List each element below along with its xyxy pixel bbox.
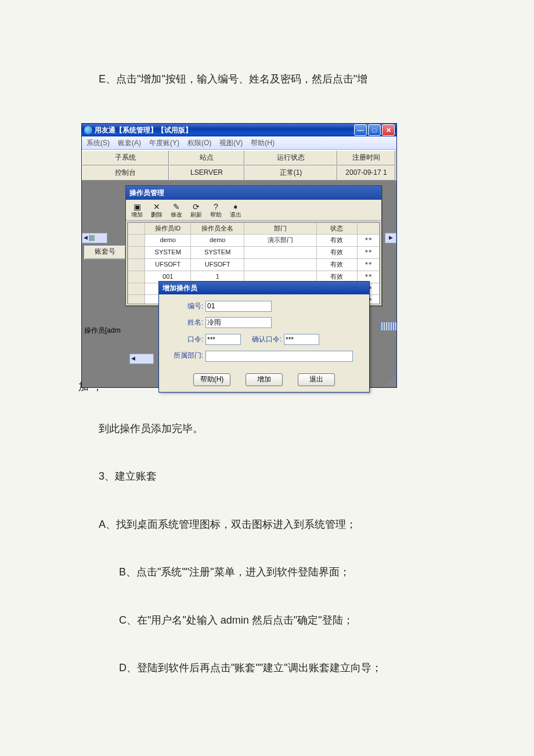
col-status: 运行状态 (244, 150, 337, 165)
label-department: 所属部门: (167, 350, 205, 362)
operator-manager-title: 操作员管理 (126, 186, 381, 200)
toolbar-add-button[interactable]: ▣增加 (128, 201, 146, 219)
help-icon: ? (208, 202, 224, 211)
app-window: 用友通【系统管理】【试用版】 — □ ✕ 系统(S) 账套(A) 年度账(Y) … (81, 123, 397, 387)
paragraph-d: D、登陆到软件后再点击"账套""建立"调出账套建立向导； (119, 658, 456, 677)
titlebar: 用友通【系统管理】【试用版】 — □ ✕ (82, 124, 396, 136)
close-button[interactable]: ✕ (382, 124, 395, 136)
label-password: 口令: (167, 333, 205, 346)
paragraph-a: A、找到桌面系统管理图标，双击图标进入到系统管理； (99, 515, 456, 534)
menu-year[interactable]: 年度账(Y) (147, 136, 182, 150)
paragraph-c: C、在"用户名"处输入 admin 然后点击"确定"登陆； (119, 611, 456, 629)
menu-account[interactable]: 账套(A) (116, 136, 143, 150)
exit-icon: ➧ (228, 202, 244, 211)
col-subsystem: 子系统 (82, 150, 169, 165)
table-row[interactable]: SYSTEMSYSTEM有效** (128, 247, 380, 259)
toolbar-delete-button[interactable]: ✕删除 (147, 201, 166, 219)
col-op-status: 状态 (316, 222, 357, 235)
paragraph-e: E、点击"增加"按钮，输入编号、姓名及密码，然后点击"增 (99, 70, 456, 88)
menu-help[interactable]: 帮助(H) (248, 136, 277, 150)
toolbar-help-button[interactable]: ?帮助 (207, 201, 225, 219)
app-icon (84, 126, 92, 134)
toolbar-refresh-button[interactable]: ⟳刷新 (187, 201, 205, 219)
col-extra (358, 222, 380, 235)
add-operator-dialog: 增加操作员 编号: 姓名: 口令: (158, 281, 370, 393)
scroll-left-arrow[interactable] (82, 233, 107, 243)
table-row[interactable]: demodemo演示部门有效** (128, 235, 380, 247)
window-title: 用友通【系统管理】【试用版】 (95, 124, 354, 137)
table-row[interactable]: UFSOFTUFSOFT有效** (128, 258, 380, 271)
account-set-button[interactable]: 账套号 (84, 246, 126, 260)
input-confirm-password[interactable] (284, 334, 319, 345)
input-id[interactable] (205, 301, 272, 312)
col-operator-name: 操作员全名 (191, 222, 244, 235)
cell-regtime: 2007-09-17 1 (337, 165, 395, 181)
cell-status: 正常(1) (244, 165, 337, 181)
minimize-button[interactable]: — (354, 124, 367, 136)
table-header-row: 操作员ID 操作员全名 部门 状态 (128, 222, 380, 235)
menubar: 系统(S) 账套(A) 年度账(Y) 权限(O) 视图(V) 帮助(H) (82, 136, 396, 150)
col-department: 部门 (244, 222, 316, 235)
operator-label: 操作员[adm (84, 325, 126, 337)
plus-icon: ▣ (129, 202, 145, 211)
toolbar: ▣增加 ✕删除 ✎修改 ⟳刷新 ?帮助 ➧退出 (126, 200, 381, 221)
col-station: 站点 (169, 150, 244, 165)
refresh-icon: ⟳ (188, 202, 204, 211)
edit-icon: ✎ (168, 202, 185, 211)
cell-station: LSERVER (169, 165, 244, 181)
menu-view[interactable]: 视图(V) (217, 136, 245, 150)
maximize-button[interactable]: □ (368, 124, 381, 136)
workarea: 账套号 操作员[adm ▶ 操作员管理 ▣增加 ✕删除 ✎修改 ⟳刷新 ?帮助 … (82, 181, 396, 387)
col-regtime: 注册时间 (337, 150, 395, 165)
input-department[interactable] (205, 351, 353, 362)
label-confirm-password: 确认口令: (248, 333, 284, 346)
paragraph-b: B、点击"系统""注册"菜单，进入到软件登陆界面； (119, 563, 456, 581)
toolbar-exit-button[interactable]: ➧退出 (226, 201, 245, 219)
scroll-right-arrow[interactable]: ▶ (385, 233, 396, 243)
input-password[interactable] (205, 334, 241, 345)
cell-subsystem: 控制台 (82, 165, 169, 181)
label-name: 姓名: (167, 316, 205, 329)
col-operator-id: 操作员ID (145, 222, 191, 235)
input-name[interactable] (205, 317, 272, 328)
paragraph-done: 到此操作员添加完毕。 (99, 419, 456, 438)
resize-grip[interactable] (386, 377, 395, 386)
dialog-title: 增加操作员 (159, 282, 369, 294)
scroll-bottom-left[interactable] (129, 354, 154, 364)
menu-system[interactable]: 系统(S) (84, 136, 112, 150)
toolbar-edit-button[interactable]: ✎修改 (167, 201, 186, 219)
stripe-decoration (380, 322, 396, 330)
menu-permission[interactable]: 权限(O) (185, 136, 214, 150)
heading-3: 3、建立账套 (99, 467, 456, 485)
dialog-exit-button[interactable]: 退出 (298, 373, 335, 386)
x-icon: ✕ (149, 202, 165, 211)
status-header: 子系统 站点 运行状态 注册时间 控制台 LSERVER 正常(1) 2007-… (82, 150, 396, 180)
dialog-help-button[interactable]: 帮助(H) (193, 373, 230, 386)
dialog-add-button[interactable]: 增加 (246, 373, 283, 386)
label-id: 编号: (167, 300, 205, 313)
